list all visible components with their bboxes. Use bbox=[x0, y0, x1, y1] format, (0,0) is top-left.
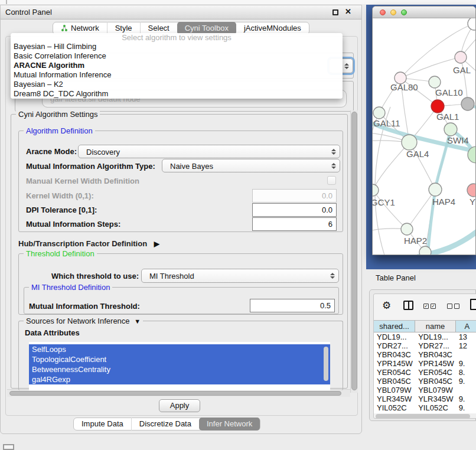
network-node[interactable] bbox=[401, 223, 413, 235]
manual-kernel-label: Manual Kernel Width Definition bbox=[26, 177, 139, 185]
table-cell: YIL052C bbox=[374, 403, 415, 412]
network-edge bbox=[373, 142, 409, 190]
table-row[interactable]: YPR145WYPR145W9. bbox=[374, 359, 476, 368]
kernel-width-label: Kernel Width (0,1): bbox=[26, 191, 94, 200]
network-window[interactable]: GALGAL80GAL10GAL1GAL11SWI4GAL4GCY1HAP4YH… bbox=[372, 6, 476, 255]
apply-button[interactable]: Apply bbox=[159, 399, 200, 412]
table-horizontal-scrollbar[interactable] bbox=[375, 413, 476, 419]
tab-infer-network-label: Infer Network bbox=[207, 418, 252, 431]
export-table-icon[interactable] bbox=[470, 299, 476, 310]
algorithm-option[interactable]: Bayesian – Hill Climbing bbox=[11, 42, 343, 51]
cyni-algorithm-settings-title: Cyni Algorithm Settings bbox=[16, 110, 100, 119]
table-cell: YBR043C bbox=[374, 350, 415, 359]
threshold-definition-groupbox: Threshold Definition Which threshold to … bbox=[18, 253, 343, 315]
network-view-panel: GALGAL80GAL10GAL1GAL11SWI4GAL4GCY1HAP4YH… bbox=[366, 5, 476, 269]
network-node-label: Y bbox=[470, 197, 475, 207]
table-body: YDL19...YDL19...13YDR27...YDR27...12YBR0… bbox=[374, 332, 476, 413]
columns-icon[interactable] bbox=[403, 301, 413, 310]
table-cell: YPR145W bbox=[374, 359, 415, 368]
table-cell: YBR045C bbox=[415, 377, 455, 386]
mac-minimize-icon[interactable] bbox=[390, 9, 396, 15]
tab-infer-network[interactable]: Infer Network bbox=[199, 418, 260, 431]
table-row[interactable]: YER054CYER054C8. bbox=[374, 368, 476, 377]
column-header-shared-name[interactable]: shared... bbox=[374, 321, 415, 332]
mac-zoom-icon[interactable] bbox=[401, 9, 407, 15]
network-node[interactable] bbox=[431, 100, 444, 113]
table-horizontal-scrollbar-thumb[interactable] bbox=[376, 414, 470, 419]
network-node-label: GAL80 bbox=[390, 82, 418, 92]
column-header-name[interactable]: name bbox=[415, 321, 456, 332]
attribute-list-item[interactable]: TopologicalCoefficient bbox=[29, 354, 330, 364]
network-node[interactable] bbox=[373, 184, 379, 196]
settings-vertical-scrollbar[interactable] bbox=[350, 110, 358, 393]
network-node-label: GAL bbox=[453, 65, 471, 75]
tab-discretize-data[interactable]: Discretize Data bbox=[131, 418, 199, 431]
mac-close-icon[interactable] bbox=[380, 9, 386, 15]
hub-factor-expander-label: Hub/Transcription Factor Definition bbox=[18, 239, 147, 248]
table-row[interactable]: YDL19...YDL19...13 bbox=[374, 332, 476, 341]
attribute-list-item[interactable]: BetweennessCentrality bbox=[29, 364, 330, 374]
dpi-tolerance-field[interactable]: 0.0 bbox=[252, 203, 337, 217]
combo-stepper-icon bbox=[331, 149, 336, 155]
network-node[interactable] bbox=[402, 135, 417, 150]
table-header: shared... name A bbox=[374, 320, 476, 332]
table-panel: ⚙ ✓✓ shared... name A YDL19...YDL19...13… bbox=[369, 289, 476, 421]
algorithm-option[interactable]: Dream8 DC_TDC Algorithm bbox=[11, 89, 343, 99]
network-node[interactable] bbox=[419, 246, 431, 255]
top-strip-tick bbox=[6, 0, 7, 4]
gear-icon[interactable]: ⚙ bbox=[382, 299, 391, 312]
network-node[interactable] bbox=[429, 183, 442, 196]
select-all-columns-icon[interactable]: ✓✓ bbox=[423, 304, 436, 309]
network-node[interactable] bbox=[455, 51, 467, 63]
deselect-all-columns-icon[interactable] bbox=[447, 304, 459, 309]
column-header-third[interactable]: A bbox=[456, 321, 476, 332]
manual-kernel-checkbox[interactable] bbox=[327, 176, 336, 185]
attribute-list-item[interactable]: SelfLoops bbox=[29, 344, 330, 354]
settings-horizontal-scrollbar-thumb[interactable] bbox=[9, 391, 341, 396]
algorithm-option[interactable]: Bayesian – K2 bbox=[11, 80, 343, 89]
table-row[interactable]: YBL079WYBL079W bbox=[374, 386, 476, 394]
algorithm-option[interactable]: Basic Correlation Inference bbox=[11, 51, 343, 61]
settings-vertical-scrollbar-thumb[interactable] bbox=[351, 112, 357, 390]
attributes-scrollbar-thumb[interactable] bbox=[324, 347, 328, 381]
table-row[interactable]: YIL052CYIL052C9. bbox=[374, 403, 476, 412]
network-node[interactable] bbox=[468, 18, 475, 30]
table-cell: YBL079W bbox=[415, 386, 455, 394]
table-cell: 9. bbox=[456, 403, 476, 412]
float-window-icon[interactable] bbox=[332, 9, 338, 15]
aracne-mode-combo[interactable]: Discovery bbox=[78, 145, 340, 158]
close-icon[interactable]: ✕ bbox=[345, 7, 351, 16]
aracne-mode-value: Discovery bbox=[86, 147, 120, 156]
network-node[interactable] bbox=[467, 184, 475, 197]
kernel-width-field[interactable]: 0.0 bbox=[252, 189, 337, 203]
table-row[interactable]: YLR345WYLR345W9. bbox=[374, 394, 476, 403]
which-threshold-label: Which threshold to use: bbox=[51, 272, 139, 281]
algorithm-dropdown-popup: Select algorithm to view settings Bayesi… bbox=[11, 33, 343, 99]
mi-algorithm-type-combo[interactable]: Naive Bayes bbox=[162, 159, 340, 172]
which-threshold-combo[interactable]: MI Threshold bbox=[141, 269, 339, 283]
minimized-panel-icon[interactable] bbox=[3, 444, 14, 450]
data-attributes-label: Data Attributes bbox=[25, 328, 80, 337]
network-node[interactable] bbox=[373, 107, 385, 119]
network-canvas[interactable]: GALGAL80GAL10GAL1GAL11SWI4GAL4GCY1HAP4YH… bbox=[373, 18, 475, 255]
sources-title[interactable]: Sources for Network Inference ▼ bbox=[24, 317, 143, 325]
algorithm-option[interactable]: Mutual Information Inference bbox=[11, 70, 343, 80]
table-cell: YBR045C bbox=[374, 377, 415, 386]
table-cell: YLR345W bbox=[415, 394, 455, 403]
data-attributes-list[interactable]: SelfLoopsTopologicalCoefficientBetweenne… bbox=[29, 342, 330, 390]
table-row[interactable]: YDR27...YDR27...12 bbox=[374, 341, 476, 350]
hub-factor-expander[interactable]: Hub/Transcription Factor Definition ▶ bbox=[18, 239, 159, 248]
network-node[interactable] bbox=[444, 123, 457, 136]
algorithm-option[interactable]: ARACNE Algorithm bbox=[11, 61, 343, 70]
network-window-titlebar[interactable] bbox=[373, 6, 475, 18]
table-panel-inner: ⚙ ✓✓ shared... name A YDL19...YDL19...13… bbox=[373, 294, 476, 419]
mi-threshold-field[interactable]: 0.5 bbox=[250, 299, 335, 312]
table-cell: YLR345W bbox=[374, 394, 415, 403]
table-row[interactable]: YBR043CYBR043C bbox=[374, 350, 476, 359]
mi-steps-field[interactable]: 6 bbox=[252, 217, 337, 231]
table-row[interactable]: YBR045CYBR045C9. bbox=[374, 377, 476, 386]
network-node[interactable] bbox=[461, 97, 474, 110]
network-node[interactable] bbox=[429, 76, 441, 88]
tab-impute-data[interactable]: Impute Data bbox=[74, 418, 131, 431]
attribute-list-item[interactable]: gal4RGexp bbox=[29, 374, 330, 384]
